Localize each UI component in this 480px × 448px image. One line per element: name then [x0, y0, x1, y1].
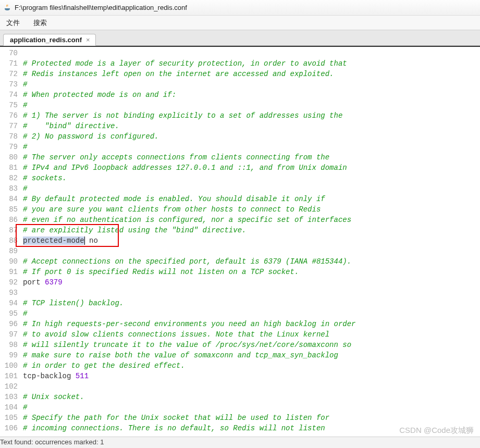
code-line: # [23, 184, 27, 193]
line-number: 94 [1, 298, 18, 308]
java-cup-icon [3, 4, 11, 12]
line-number: 89 [1, 246, 18, 256]
tab-file[interactable]: application_redis.conf × [3, 34, 96, 46]
titlebar: F:\program files\finalshell\temp\edit\ap… [0, 0, 480, 16]
code-line: tcp-backlog [23, 372, 76, 380]
line-number: 79 [1, 142, 18, 152]
menu-file[interactable]: 文件 [4, 17, 22, 29]
line-number: 77 [1, 121, 18, 131]
line-number: 95 [1, 308, 18, 319]
code-line: 6379 [45, 278, 63, 287]
line-number: 75 [1, 100, 18, 110]
line-number: 97 [1, 329, 18, 340]
line-number: 100 [1, 360, 18, 371]
tab-row: application_redis.conf × [0, 30, 480, 46]
line-number: 96 [1, 319, 18, 329]
line-number: 74 [1, 90, 18, 100]
code-line: # IPv4 and IPv6 loopback addresses 127.0… [23, 164, 347, 172]
code-area[interactable]: # Protected mode is a layer of security … [21, 47, 480, 437]
line-number: 81 [1, 163, 18, 173]
line-number: 76 [1, 110, 18, 121]
code-line: # TCP listen() backlog. [23, 299, 124, 307]
code-line: # you are sure you want clients from oth… [23, 205, 321, 214]
line-number: 98 [1, 340, 18, 350]
code-line: # "bind" directive. [23, 122, 119, 130]
code-line: # make sure to raise both the value of s… [23, 351, 338, 359]
status-text: Text found: occurrences marked: 1 [0, 438, 104, 446]
code-line: # are explicitly listed using the "bind"… [23, 226, 246, 234]
code-line: # [23, 80, 27, 89]
line-number: 86 [1, 215, 18, 225]
code-line: # By default protected mode is enabled. … [23, 195, 325, 203]
line-number: 105 [1, 413, 18, 423]
line-number: 83 [1, 183, 18, 194]
line-number: 87 [1, 225, 18, 235]
line-number: 103 [1, 392, 18, 402]
line-number: 90 [1, 256, 18, 267]
line-number: 99 [1, 350, 18, 360]
line-number: 80 [1, 152, 18, 163]
selected-text: protected-mode [23, 237, 85, 245]
code-line: # Redis instances left open on the inter… [23, 70, 334, 78]
line-number: 71 [1, 58, 18, 69]
titlebar-path: F:\program files\finalshell\temp\edit\ap… [15, 4, 187, 11]
line-number-gutter: 7071727374757677787980818283848586878889… [0, 47, 21, 437]
code-line: # sockets. [23, 174, 67, 182]
menubar: 文件 搜索 [0, 16, 480, 30]
line-number: 91 [1, 267, 18, 277]
line-number: 84 [1, 194, 18, 204]
line-number: 106 [1, 423, 18, 433]
code-line: # Specify the path for the Unix socket t… [23, 414, 329, 422]
statusbar: Text found: occurrences marked: 1 [0, 437, 480, 448]
code-line: # [23, 403, 27, 412]
line-number: 82 [1, 173, 18, 183]
code-line: # 2) No password is configured. [23, 132, 158, 141]
line-number: 101 [1, 371, 18, 381]
menu-search[interactable]: 搜索 [31, 17, 49, 29]
line-number: 104 [1, 402, 18, 413]
code-line: 511 [76, 372, 89, 380]
code-line: # The server only accepts connections fr… [23, 153, 329, 161]
line-number: 72 [1, 69, 18, 79]
close-icon[interactable]: × [86, 36, 90, 44]
code-line: # in order to get the desired effect. [23, 362, 185, 370]
code-line: # If port 0 is specified Redis will not … [23, 268, 299, 276]
code-line: # Protected mode is a layer of security … [23, 59, 347, 68]
line-number: 92 [1, 277, 18, 288]
line-number: 85 [1, 204, 18, 215]
line-number: 70 [1, 48, 18, 58]
code-line: # [23, 143, 27, 151]
line-number: 73 [1, 79, 18, 90]
code-line: # will silently truncate it to the value… [23, 341, 351, 349]
line-number: 88 [1, 235, 18, 246]
code-line: # In high requests-per-second environmen… [23, 320, 356, 328]
editor[interactable]: 7071727374757677787980818283848586878889… [0, 46, 480, 437]
code-line: # 1) The server is not binding explicitl… [23, 111, 342, 120]
code-line: # [23, 101, 27, 109]
line-number: 78 [1, 131, 18, 142]
line-number: 102 [1, 381, 18, 392]
code-line: # Accept connections on the specified po… [23, 257, 351, 266]
code-line: no [85, 237, 98, 245]
code-line: # incoming connections. There is no defa… [23, 424, 325, 432]
code-line: # Unix socket. [23, 393, 84, 401]
code-line: # to avoid slow clients connections issu… [23, 330, 329, 339]
code-line: port [23, 278, 45, 287]
code-line: # When protected mode is on and if: [23, 91, 176, 99]
tab-label: application_redis.conf [10, 36, 82, 44]
code-line: # even if no authentication is configure… [23, 216, 351, 224]
line-number: 93 [1, 288, 18, 298]
code-line: # [23, 309, 27, 318]
